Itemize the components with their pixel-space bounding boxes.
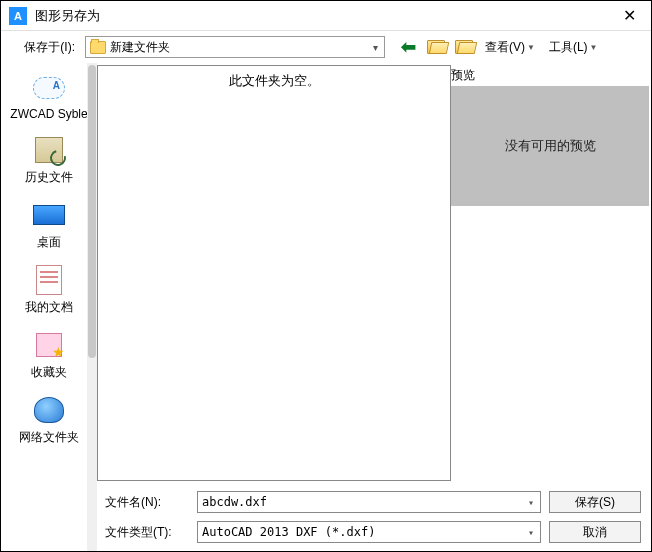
sidebar-item-label: 我的文档	[25, 299, 73, 316]
new-folder-button[interactable]	[453, 37, 475, 57]
history-icon	[32, 135, 66, 165]
chevron-down-icon: ▾	[526, 497, 536, 508]
location-name: 新建文件夹	[110, 39, 371, 56]
sidebar-item-label: 桌面	[37, 234, 61, 251]
arrow-left-icon: ⬅	[401, 36, 416, 58]
folder-star-icon	[455, 40, 473, 54]
places-sidebar: ZWCAD Syble 历史文件 桌面 我的文档 收藏夹 网络文件夹	[1, 63, 97, 551]
filename-row: 文件名(N): abcdw.dxf ▾ 保存(S)	[105, 491, 641, 513]
sidebar-item-desktop[interactable]: 桌面	[10, 196, 88, 255]
cancel-button[interactable]: 取消	[549, 521, 641, 543]
filename-label: 文件名(N):	[105, 494, 189, 511]
favorites-icon	[32, 330, 66, 360]
back-button[interactable]: ⬅	[397, 37, 419, 57]
cancel-button-label: 取消	[583, 524, 607, 541]
chevron-down-icon: ▼	[590, 43, 598, 52]
folder-open-icon	[427, 40, 445, 54]
body-area: ZWCAD Syble 历史文件 桌面 我的文档 收藏夹 网络文件夹	[1, 63, 651, 551]
save-in-label: 保存于(I):	[9, 39, 79, 56]
empty-folder-text: 此文件夹为空。	[229, 72, 320, 480]
save-button-label: 保存(S)	[575, 494, 615, 511]
close-button[interactable]: ✕	[615, 2, 643, 30]
documents-icon	[32, 265, 66, 295]
location-combo[interactable]: 新建文件夹 ▾	[85, 36, 385, 58]
titlebar: A 图形另存为 ✕	[1, 1, 651, 31]
chevron-down-icon: ▼	[527, 43, 535, 52]
cloud-icon	[32, 73, 66, 103]
tools-menu[interactable]: 工具(L) ▼	[545, 39, 602, 56]
app-icon: A	[9, 7, 27, 25]
dialog-title: 图形另存为	[35, 7, 615, 25]
nav-icons: ⬅	[397, 37, 475, 57]
toolbar: 保存于(I): 新建文件夹 ▾ ⬅ 查看(V) ▼ 工具(L) ▼	[1, 31, 651, 63]
sidebar-item-label: 收藏夹	[31, 364, 67, 381]
bottom-rows: 文件名(N): abcdw.dxf ▾ 保存(S) 文件类型(T): AutoC…	[97, 485, 649, 551]
filetype-row: 文件类型(T): AutoCAD 2013 DXF (*.dxf) ▾ 取消	[105, 521, 641, 543]
filetype-label: 文件类型(T):	[105, 524, 189, 541]
sidebar-item-label: 历史文件	[25, 169, 73, 186]
network-icon	[32, 395, 66, 425]
sidebar-item-documents[interactable]: 我的文档	[10, 261, 88, 320]
sidebar-item-label: ZWCAD Syble	[10, 107, 87, 121]
scrollbar-thumb[interactable]	[88, 65, 96, 358]
sidebar-item-network[interactable]: 网络文件夹	[10, 391, 88, 450]
view-menu[interactable]: 查看(V) ▼	[481, 39, 539, 56]
sidebar-scrollbar[interactable]	[87, 63, 97, 551]
app-icon-letter: A	[14, 10, 22, 22]
main-panel: 此文件夹为空。 预览 没有可用的预览 文件名(N): abcdw.dxf	[97, 63, 651, 551]
tools-menu-label: 工具(L)	[549, 39, 588, 56]
sidebar-item-favorites[interactable]: 收藏夹	[10, 326, 88, 385]
chevron-down-icon: ▾	[526, 527, 536, 538]
save-as-dialog: A 图形另存为 ✕ 保存于(I): 新建文件夹 ▾ ⬅ 查看(V) ▼ 工具(L…	[0, 0, 652, 552]
desktop-icon	[32, 200, 66, 230]
preview-panel: 预览 没有可用的预览	[451, 63, 649, 485]
filetype-select[interactable]: AutoCAD 2013 DXF (*.dxf) ▾	[197, 521, 541, 543]
filename-input[interactable]: abcdw.dxf ▾	[197, 491, 541, 513]
chevron-down-icon: ▾	[371, 42, 380, 53]
sidebar-item-zwcad-syble[interactable]: ZWCAD Syble	[10, 69, 88, 125]
filetype-value: AutoCAD 2013 DXF (*.dxf)	[202, 525, 526, 539]
file-list[interactable]: 此文件夹为空。	[97, 65, 451, 481]
no-preview-text: 没有可用的预览	[505, 137, 596, 155]
sidebar-item-label: 网络文件夹	[19, 429, 79, 446]
preview-box: 没有可用的预览	[451, 86, 649, 206]
preview-label: 预览	[451, 65, 649, 86]
view-menu-label: 查看(V)	[485, 39, 525, 56]
filename-value: abcdw.dxf	[202, 495, 526, 509]
folder-icon	[90, 41, 106, 54]
sidebar-item-history[interactable]: 历史文件	[10, 131, 88, 190]
save-button[interactable]: 保存(S)	[549, 491, 641, 513]
up-one-level-button[interactable]	[425, 37, 447, 57]
